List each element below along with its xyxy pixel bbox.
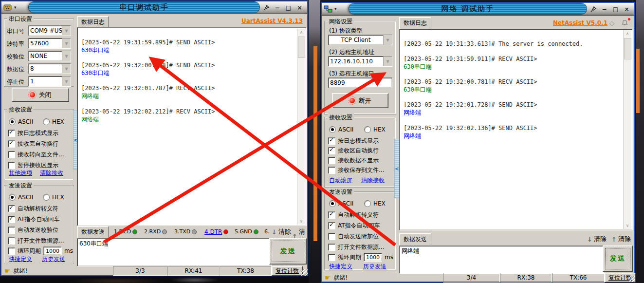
net-log-area[interactable]: [2023-05-22 19:31:33.613]# The server is… <box>399 29 633 230</box>
resize-grip[interactable] <box>301 269 308 276</box>
tab-data-send[interactable]: 数据发送 <box>399 233 431 245</box>
net-app-icon[interactable] <box>324 5 332 13</box>
checkbox-icon[interactable] <box>8 226 15 234</box>
radio-icon[interactable] <box>9 118 16 125</box>
parity-select[interactable]: NONE▼ <box>28 51 71 61</box>
close-button[interactable]: × <box>621 5 632 13</box>
recv-hex-radio[interactable]: HEX <box>364 126 386 133</box>
send-check-at-cr[interactable]: AT指令自动回车 <box>328 222 380 230</box>
history-send-link[interactable]: 历史发送 <box>363 263 386 271</box>
checkbox-icon[interactable] <box>328 244 335 251</box>
auto-scroll-link[interactable]: 自动滚屏 <box>329 176 352 185</box>
uart-app-icon[interactable] <box>3 4 12 11</box>
net-send-input[interactable]: 网络端 <box>399 245 605 274</box>
system-menu-caret-icon[interactable]: ▾ <box>334 7 337 11</box>
close-port-button[interactable]: 关闭 <box>12 88 69 102</box>
recv-check-to-file[interactable]: 接收转向至文件... <box>8 151 64 159</box>
log-scrollbar[interactable]: ∧ ∨ <box>297 29 305 225</box>
chevron-down-icon[interactable]: ▼ <box>62 26 71 36</box>
minimize-button[interactable]: − <box>272 3 283 12</box>
scroll-thumb[interactable] <box>298 37 305 58</box>
send-check-cycle[interactable]: 循环周期 1000 ms <box>328 253 393 262</box>
cycle-period-input[interactable]: 1000 <box>43 246 62 255</box>
chevron-down-icon[interactable]: ▼ <box>62 64 71 74</box>
net-titlebar[interactable]: ▾ 网络 调试助手 − □ × <box>322 3 634 16</box>
send-check-auto-checksum[interactable]: 自动发送校验位 <box>8 226 58 234</box>
recv-check-save-file[interactable]: 接收保存到文件... <box>328 166 384 174</box>
scroll-up-icon[interactable]: ∧ <box>626 30 628 37</box>
uart-titlebar[interactable]: ▾ 串口调试助手 − □ × <box>1 1 307 14</box>
send-hex-radio[interactable]: HEX <box>364 200 386 207</box>
recv-check-log-mode[interactable]: 按日志模式显示 <box>8 129 58 137</box>
checkbox-icon[interactable] <box>8 237 15 245</box>
netassist-version-link[interactable]: NetAssist V5.0.1 <box>553 19 607 26</box>
cycle-period-input[interactable]: 1000 <box>364 253 382 262</box>
recv-check-no-display[interactable]: 接收数据不显示 <box>328 156 379 165</box>
uart-send-input[interactable]: 630串口端 <box>77 238 272 266</box>
chevron-down-icon[interactable]: ▼ <box>62 76 71 86</box>
chevron-down-icon[interactable]: ▼ <box>383 35 392 45</box>
uart-log-area[interactable]: [2023-05-22 19:31:59.895]# SEND ASCII>63… <box>77 27 307 226</box>
radio-icon[interactable] <box>364 126 371 133</box>
data-bits-select[interactable]: 8▼ <box>28 63 71 74</box>
tab-data-send[interactable]: 数据发送 <box>77 226 109 238</box>
recv-ascii-radio[interactable]: ASCII <box>9 118 33 125</box>
send-check-append[interactable]: 自动发送附加位 <box>328 232 379 241</box>
chevron-down-icon[interactable]: ▼ <box>383 57 392 66</box>
checkbox-icon[interactable] <box>8 216 15 223</box>
send-hex-radio[interactable]: HEX <box>43 194 64 201</box>
radio-icon[interactable] <box>43 118 50 125</box>
indicator-dtr[interactable]: 4.DTR <box>204 228 228 235</box>
maximize-button[interactable]: □ <box>610 5 621 13</box>
send-ascii-radio[interactable]: ASCII <box>329 200 353 207</box>
checkbox-icon[interactable] <box>8 205 15 212</box>
checkbox-icon[interactable] <box>8 130 15 137</box>
shortcut-define-link[interactable]: 快捷定义 <box>329 263 352 271</box>
radio-icon[interactable] <box>9 194 16 201</box>
com-port-select[interactable]: COM9 #USB▼ <box>28 25 71 36</box>
radio-icon[interactable] <box>364 200 371 207</box>
scroll-down-icon[interactable]: ∨ <box>300 218 302 225</box>
checkbox-icon[interactable] <box>328 233 335 240</box>
clear-receive-link[interactable]: 清除接收 <box>361 176 385 185</box>
checkbox-icon[interactable] <box>328 222 335 229</box>
stop-bits-select[interactable]: 1▼ <box>28 76 71 87</box>
checkbox-icon[interactable] <box>8 151 15 158</box>
send-check-at-cr[interactable]: AT指令自动回车 <box>8 215 60 224</box>
disconnect-button[interactable]: 断开 <box>332 93 388 108</box>
clear-send-button[interactable]: ↑清除 <box>611 235 631 244</box>
send-check-file-source[interactable]: 打开文件数据源... <box>8 237 64 245</box>
gem-icon[interactable]: ◇ <box>609 19 618 28</box>
checkbox-icon[interactable] <box>328 211 335 219</box>
recv-check-log-mode[interactable]: 按日志模式显示 <box>328 137 379 145</box>
minimize-button[interactable]: − <box>599 5 610 13</box>
recv-check-auto-newline[interactable]: 接收完自动换行 <box>8 140 58 148</box>
history-send-link[interactable]: 历史发送 <box>42 255 65 264</box>
checkbox-icon[interactable] <box>328 167 335 174</box>
checkbox-icon[interactable] <box>8 162 15 169</box>
checkbox-icon[interactable] <box>328 137 335 145</box>
bell-icon[interactable] <box>621 19 630 28</box>
checkbox-icon[interactable] <box>8 140 15 148</box>
maximize-button[interactable]: □ <box>283 3 294 12</box>
scroll-up-icon[interactable]: ∧ <box>300 29 302 36</box>
send-check-file-source[interactable]: 打开文件数据源... <box>328 243 384 251</box>
send-ascii-radio[interactable]: ASCII <box>9 194 33 201</box>
pin-icon[interactable] <box>261 3 271 12</box>
checkbox-icon[interactable] <box>328 157 335 164</box>
clear-receive-link[interactable]: 清除接收 <box>40 169 63 177</box>
chevron-down-icon[interactable]: ▼ <box>62 51 71 61</box>
clear-receive-button[interactable]: ↓清除 <box>587 235 607 244</box>
checkbox-icon[interactable] <box>328 254 335 261</box>
radio-icon[interactable] <box>43 194 50 201</box>
resize-grip[interactable] <box>628 276 635 282</box>
pin-icon[interactable] <box>589 5 598 13</box>
recv-hex-radio[interactable]: HEX <box>43 118 64 125</box>
recv-check-auto-wrap[interactable]: 接收区自动换行 <box>328 147 379 155</box>
baud-rate-select[interactable]: 57600▼ <box>28 38 71 49</box>
tab-data-log[interactable]: 数据日志 <box>399 17 431 29</box>
recv-ascii-radio[interactable]: ASCII <box>329 126 353 133</box>
checkbox-icon[interactable] <box>328 147 335 154</box>
scroll-down-icon[interactable]: ∨ <box>626 222 628 229</box>
other-options-link[interactable]: 其他选项 <box>9 169 32 177</box>
